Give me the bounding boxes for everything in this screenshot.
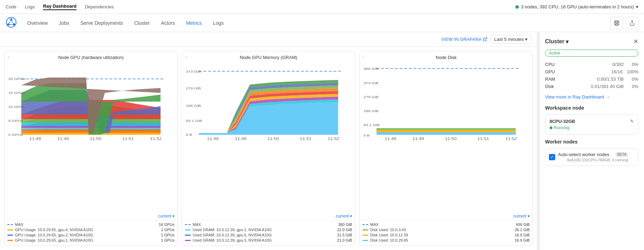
chart-gpu-memory-body: 11:48 11:49 11:50 11:51 11:52 373 GiB 27… [182, 64, 355, 212]
cpu-label: CPU [545, 62, 554, 67]
resource-gpu: GPU 16/16 100% [545, 68, 638, 75]
legend-gpu1-label: GPU Usage: 10.0.29.65, gpu.1, NVIDIA A10… [15, 238, 159, 242]
legend-disk3-label: Disk Used: 10.0.29.65 [370, 238, 513, 242]
close-sidebar-button[interactable]: ✕ [633, 38, 638, 45]
svg-text:15 GPUs: 15 GPUs [8, 91, 25, 94]
time-range-select[interactable]: Last 5 minutes ▾ [490, 35, 531, 44]
legend-max-value: 16 GPUs [159, 222, 174, 227]
app-logo [6, 17, 17, 29]
view-grafana-button[interactable]: VIEW IN GRAFANA [441, 37, 488, 42]
dependencies-link[interactable]: Dependencies [85, 4, 114, 9]
legend-gram5: Used GRAM: 10.0.12.39, gpu.5, NVIDIA A10… [185, 233, 352, 237]
svg-rect-8 [616, 21, 618, 23]
ray-dashboard-link[interactable]: Ray Dashboard [43, 3, 76, 10]
svg-text:11:49: 11:49 [413, 137, 424, 141]
save-icon-button[interactable] [610, 17, 623, 29]
gpu-values: 16/16 100% [611, 69, 638, 74]
cpu-values: 0/392 0% [612, 62, 638, 67]
nav-logs[interactable]: Logs [208, 17, 228, 29]
nav-serve-deployments[interactable]: Serve Deployments [76, 17, 128, 29]
legend-gpu2-label: GPU Usage: 10.0.29.65, gpu.2, NVIDIA A10… [15, 233, 159, 237]
logs-link[interactable]: Logs [25, 4, 35, 9]
chart-node-disk-body: 11:48 11:49 11:50 11:51 11:52 466 GiB 37… [360, 64, 532, 212]
chart-gpu-memory: i Node GPU Memory (GRAM) [182, 51, 355, 246]
legend-max: MAX 16 GPUs [7, 222, 174, 227]
svg-line-4 [8, 20, 11, 24]
legend-gpu4-label: GPU Usage: 10.0.29.65, gpu.4, NVIDIA A10… [15, 228, 159, 232]
legend-max-value: 436 GiB [516, 222, 530, 227]
svg-point-1 [10, 19, 12, 21]
auto-select-content: Auto-select worker nodes BETA 8xA10G:192… [558, 152, 628, 162]
legend-gpu4-value: 1 GPUs [161, 228, 174, 232]
svg-text:11:50: 11:50 [267, 137, 279, 141]
chart-node-disk-header: i Node Disk [360, 51, 532, 64]
chart-gpu-util-svg: 11:48 11:49 11:50 11:51 11:52 20 GPUs 15… [7, 65, 174, 142]
legend-gpu2-icon [7, 235, 13, 236]
view-more-dashboard-link[interactable]: View more in Ray Dashboard → [545, 94, 638, 100]
legend-gpu4: GPU Usage: 10.0.29.65, gpu.4, NVIDIA A10… [7, 228, 174, 232]
arrow-right-icon: → [606, 94, 610, 100]
legend-gram5-icon [185, 235, 191, 236]
chart-node-disk: i Node Disk 11:48 11:49 11:50 [359, 51, 533, 246]
worker-section: Worker nodes ✓ Auto-select worker nodes … [545, 139, 638, 166]
legend-disk1-value: 26.1 GiB [515, 228, 530, 232]
svg-text:11:50: 11:50 [90, 137, 102, 141]
sidebar-title-container: Cluster ▾ [545, 38, 568, 45]
nav-actors[interactable]: Actors [156, 17, 180, 29]
nav-cluster[interactable]: Cluster [129, 17, 155, 29]
legend-disk2: Disk Used: 10.0.12.39 16.9 GiB [363, 233, 530, 237]
nav-action-icons [610, 17, 638, 29]
chart-node-disk-svg: 11:48 11:49 11:50 11:51 11:52 466 GiB 37… [363, 65, 530, 142]
svg-text:20 GPUs: 20 GPUs [8, 77, 25, 80]
current-toggle[interactable]: current ▾ [158, 214, 174, 219]
legend-gram1: Used GRAM: 10.0.12.39, gpu.1, NVIDIA A10… [185, 228, 352, 232]
legend-max-icon [185, 224, 191, 225]
svg-text:466 GiB: 466 GiB [364, 67, 379, 70]
auto-select-label: Auto-select worker nodes [558, 152, 614, 157]
legend-gram3-value: 21.0 GiB [337, 238, 352, 242]
legend-disk2-icon [363, 235, 368, 236]
nav-metrics[interactable]: Metrics [181, 17, 207, 29]
svg-text:11:51: 11:51 [300, 137, 312, 141]
legend-disk3-icon [363, 240, 368, 241]
chart-gpu-util: i Node GPU (hardware utilization) [4, 51, 178, 246]
chevron-down-icon: ▾ [566, 38, 568, 45]
auto-select-row: ✓ Auto-select worker nodes BETA 8xA10G:1… [545, 148, 638, 166]
chevron-down-icon: ▾ [636, 4, 638, 9]
share-icon-button[interactable] [626, 17, 638, 29]
resource-table: CPU 0/392 0% GPU 16/16 100% RAM 0.00/1.5… [545, 61, 638, 90]
svg-text:11:49: 11:49 [235, 137, 246, 141]
svg-text:11:48: 11:48 [207, 137, 219, 141]
legend-gram1-label: Used GRAM: 10.0.12.39, gpu.1, NVIDIA A10… [193, 228, 335, 232]
current-toggle[interactable]: current ▾ [513, 214, 530, 219]
workspace-card: 8CPU-32GB ✎ Running [545, 114, 638, 135]
svg-text:5 GPUs: 5 GPUs [8, 119, 23, 122]
resource-cpu: CPU 0/392 0% [545, 61, 638, 68]
gpu-label: GPU [545, 69, 555, 74]
workspace-name-text: 8CPU-32GB [550, 119, 575, 124]
top-bar: Code Logs Ray Dashboard Dependencies 3 n… [0, 0, 644, 14]
disk-pct: 0% [628, 84, 638, 89]
nav-jobs[interactable]: Jobs [54, 17, 74, 29]
edit-workspace-icon[interactable]: ✎ [630, 119, 634, 124]
top-bar-links: Code Logs Ray Dashboard Dependencies [6, 3, 114, 10]
nav-overview[interactable]: Overview [22, 17, 52, 29]
svg-text:373 GiB: 373 GiB [186, 69, 201, 73]
svg-text:186 GiB: 186 GiB [186, 104, 201, 107]
time-range-label: Last 5 minutes [494, 37, 524, 42]
code-link[interactable]: Code [6, 4, 16, 9]
ram-label: RAM [545, 76, 555, 82]
chart-gpu-memory-title: Node GPU Memory (GRAM) [240, 55, 298, 60]
svg-line-11 [485, 38, 487, 40]
chart-gpu-util-legend: MAX 16 GPUs GPU Usage: 10.0.29.65, gpu.4… [5, 220, 177, 245]
disk-usage: 0.01/381.40 GiB [591, 84, 624, 89]
current-toggle[interactable]: current ▾ [336, 214, 352, 219]
legend-disk1: Disk Used: 10.0.3.43 26.1 GiB [363, 228, 530, 232]
info-icon: i [186, 55, 186, 59]
toolbar: VIEW IN GRAFANA Last 5 minutes ▾ [0, 32, 537, 47]
right-sidebar: Cluster ▾ ✕ Active CPU 0/392 0% GPU 16/1… [539, 32, 644, 250]
svg-text:11:48: 11:48 [385, 137, 396, 141]
legend-max-icon [363, 224, 368, 225]
ram-pct: 0% [628, 76, 638, 82]
legend-gpu1-icon [7, 240, 13, 241]
